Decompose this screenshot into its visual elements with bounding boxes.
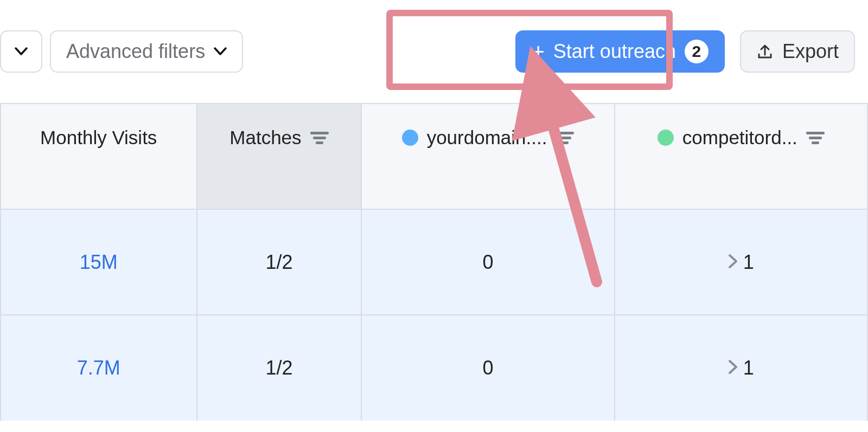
plus-icon: + bbox=[532, 41, 544, 62]
yourdomain-value: 0 bbox=[483, 251, 494, 273]
svg-rect-7 bbox=[809, 137, 822, 139]
start-outreach-label: Start outreach bbox=[553, 40, 676, 63]
competitor-value: 1 bbox=[728, 357, 754, 379]
svg-rect-4 bbox=[558, 137, 571, 139]
sort-icon bbox=[310, 131, 329, 145]
competitor-value: 1 bbox=[728, 251, 754, 274]
svg-rect-5 bbox=[561, 141, 569, 144]
col-matches[interactable]: Matches bbox=[197, 104, 362, 209]
svg-rect-0 bbox=[310, 132, 329, 134]
selection-count-badge: 2 bbox=[685, 40, 709, 63]
monthly-visits-value[interactable]: 7.7M bbox=[77, 357, 120, 379]
advanced-filters-button[interactable]: Advanced filters bbox=[50, 30, 243, 73]
toolbar-right: + Start outreach 2 Export bbox=[515, 30, 855, 73]
matches-value: 1/2 bbox=[265, 251, 292, 273]
svg-rect-1 bbox=[313, 137, 326, 139]
domain-dot-icon bbox=[658, 130, 674, 146]
svg-rect-3 bbox=[556, 132, 574, 134]
table-row[interactable]: 7.7M 1/2 0 1 bbox=[1, 315, 867, 421]
filter-dropdown-collapsed[interactable] bbox=[0, 30, 42, 73]
table-row[interactable]: 15M 1/2 0 1 bbox=[1, 209, 867, 315]
sort-icon bbox=[806, 131, 825, 145]
svg-rect-6 bbox=[806, 132, 825, 134]
svg-rect-8 bbox=[812, 141, 819, 144]
chevron-right-icon bbox=[728, 251, 738, 274]
chevron-right-icon bbox=[728, 357, 738, 379]
toolbar-left: Advanced filters bbox=[0, 30, 243, 73]
svg-rect-2 bbox=[316, 141, 323, 144]
domain-dot-icon bbox=[402, 130, 418, 146]
chevron-down-icon bbox=[15, 47, 28, 56]
table-header-row: Monthly Visits Matches bbox=[1, 104, 867, 209]
chevron-down-icon bbox=[214, 47, 227, 56]
results-table: Monthly Visits Matches bbox=[0, 103, 868, 421]
sort-icon bbox=[556, 131, 574, 145]
col-competitor[interactable]: competitord... bbox=[615, 104, 867, 209]
export-label: Export bbox=[782, 40, 839, 63]
filter-toolbar: Advanced filters + Start outreach 2 Expo… bbox=[0, 0, 868, 103]
monthly-visits-value[interactable]: 15M bbox=[80, 251, 118, 273]
advanced-filters-label: Advanced filters bbox=[66, 40, 205, 63]
export-icon bbox=[756, 43, 774, 60]
matches-value: 1/2 bbox=[265, 357, 292, 379]
yourdomain-value: 0 bbox=[483, 357, 494, 379]
col-yourdomain[interactable]: yourdomain.... bbox=[361, 104, 614, 209]
col-monthly-visits[interactable]: Monthly Visits bbox=[1, 104, 197, 209]
export-button[interactable]: Export bbox=[740, 30, 855, 73]
start-outreach-button[interactable]: + Start outreach 2 bbox=[515, 30, 724, 73]
